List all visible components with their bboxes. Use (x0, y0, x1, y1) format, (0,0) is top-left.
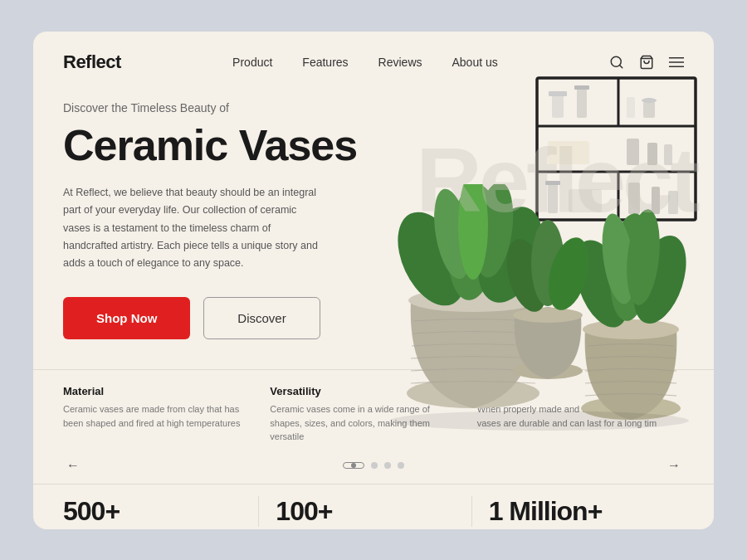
nav-icons (609, 55, 684, 70)
svg-point-17 (642, 98, 657, 103)
stat-2-number: 100+ (276, 496, 454, 527)
svg-point-44 (513, 308, 583, 323)
pagination-dots (343, 462, 404, 469)
nav-item-about[interactable]: About us (452, 55, 498, 70)
svg-rect-19 (627, 139, 639, 165)
svg-rect-15 (627, 97, 635, 118)
svg-line-1 (619, 65, 622, 67)
hero-title: Ceramic Vases (63, 123, 385, 168)
dot-active[interactable] (343, 462, 364, 469)
button-row: Shop Now Discover (63, 297, 385, 339)
nav-item-features[interactable]: Features (302, 55, 348, 70)
stat-3-number: 1 Million+ (489, 496, 667, 527)
hero-subtitle: Discover the Timeless Beauty of (63, 101, 385, 114)
svg-rect-13 (577, 89, 587, 118)
dot-3[interactable] (384, 462, 391, 469)
shop-now-button[interactable]: Shop Now (63, 297, 190, 339)
pagination-row: ← → (33, 444, 714, 484)
stats-section: 500+ 100+ 1 Million+ (33, 484, 714, 529)
menu-icon[interactable] (669, 55, 684, 70)
cart-icon[interactable] (639, 55, 654, 70)
search-icon[interactable] (609, 55, 624, 70)
stat-1: 500+ (63, 496, 259, 527)
next-arrow-button[interactable]: → (664, 455, 684, 475)
logo: Reflect (63, 51, 121, 73)
hero-section: Discover the Timeless Beauty of Ceramic … (33, 93, 714, 370)
svg-rect-16 (643, 101, 655, 118)
svg-rect-21 (664, 144, 672, 165)
stat-1-number: 500+ (63, 496, 242, 527)
discover-button[interactable]: Discover (203, 297, 320, 339)
main-card: Reflect Product Features Reviews About u… (33, 32, 714, 529)
hero-left: Discover the Timeless Beauty of Ceramic … (33, 93, 415, 370)
dot-2[interactable] (371, 462, 378, 469)
navbar: Reflect Product Features Reviews About u… (33, 32, 714, 93)
prev-arrow-button[interactable]: ← (63, 455, 83, 475)
pots-illustration (365, 184, 714, 433)
svg-rect-20 (647, 143, 657, 165)
stat-3: 1 Million+ (472, 496, 684, 527)
feature-material: Material Ceramic vases are made from cla… (63, 385, 270, 444)
hero-description: At Reflect, we believe that beauty shoul… (63, 184, 320, 272)
svg-point-37 (583, 319, 679, 339)
hero-image-area (382, 76, 714, 433)
dot-4[interactable] (398, 462, 404, 469)
feature-material-desc: Ceramic vases are made from clay that ha… (63, 402, 256, 430)
svg-rect-18 (548, 141, 589, 164)
nav-links: Product Features Reviews About us (232, 55, 498, 70)
feature-material-title: Material (63, 385, 256, 397)
svg-rect-11 (552, 95, 564, 118)
stat-2: 100+ (259, 496, 471, 527)
nav-item-reviews[interactable]: Reviews (378, 55, 422, 70)
svg-point-48 (390, 411, 689, 431)
nav-item-product[interactable]: Product (232, 55, 272, 70)
